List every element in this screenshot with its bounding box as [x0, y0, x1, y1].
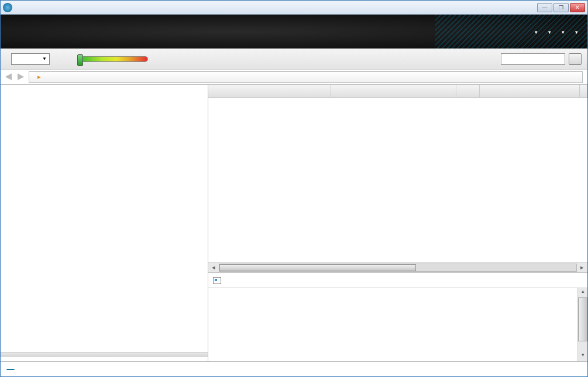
toolbar	[1, 49, 587, 70]
file-icon	[213, 277, 221, 284]
breadcrumb: ▸	[29, 71, 583, 83]
eset-logo	[6, 369, 15, 370]
nav-forward-icon[interactable]: ⯈	[17, 72, 25, 82]
minimize-button[interactable]: —	[537, 3, 552, 12]
titlebar: — ❐ ✕	[1, 1, 587, 15]
menu-tree[interactable]	[548, 28, 551, 35]
footer	[1, 361, 587, 376]
menu-list[interactable]	[562, 28, 565, 35]
col-user[interactable]	[480, 85, 580, 97]
chevron-right-icon: ▸	[37, 73, 41, 81]
log-header	[1, 352, 208, 357]
find-input[interactable]	[501, 53, 565, 65]
find-button[interactable]	[569, 53, 582, 65]
col-process[interactable]	[208, 85, 331, 97]
nav-back-icon[interactable]: ⯇	[5, 72, 13, 82]
col-path[interactable]	[331, 85, 457, 97]
details-panel: ▴▾	[208, 272, 587, 361]
sidebar	[1, 85, 208, 361]
grid-header	[208, 85, 587, 98]
risk-slider[interactable]	[78, 56, 148, 62]
close-button[interactable]: ✕	[570, 3, 585, 12]
tree	[1, 85, 208, 352]
nav-row: ⯇ ⯈ ▸	[1, 70, 587, 85]
app-icon	[3, 3, 12, 12]
grid-body[interactable]	[208, 98, 587, 262]
maximize-button[interactable]: ❐	[553, 3, 569, 12]
log-panel	[1, 352, 208, 361]
horizontal-scrollbar[interactable]: ◂ ▸	[208, 262, 587, 272]
detail-dropdown[interactable]	[11, 53, 50, 65]
col-pid[interactable]	[456, 85, 480, 97]
menu-help[interactable]	[575, 28, 578, 35]
scroll-thumb[interactable]	[219, 264, 416, 271]
col-status[interactable]	[580, 85, 587, 97]
menu-file[interactable]	[535, 28, 538, 35]
banner	[1, 15, 587, 49]
vertical-scrollbar[interactable]: ▴▾	[577, 288, 587, 361]
main: ◂ ▸ ▴▾	[208, 85, 587, 361]
scroll-left-icon[interactable]: ◂	[208, 264, 219, 271]
scroll-right-icon[interactable]: ▸	[577, 264, 587, 271]
